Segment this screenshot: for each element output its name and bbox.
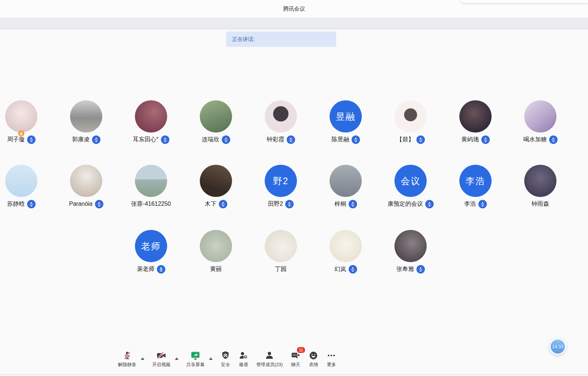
participant-name-row: 李浩 [464,200,487,208]
participant-name: 康预定的会议 [388,200,423,208]
start-video-button[interactable]: 开启视频 [152,350,170,368]
avatar-initials: 老师 [141,240,161,252]
participant-tile[interactable]: Paranóia [54,165,119,208]
participant-avatar [70,165,102,197]
security-button[interactable]: 安全 [220,350,231,368]
meeting-timer[interactable]: 14:33 [550,338,566,355]
participant-name-row: 张希雅 [397,265,425,273]
participant-avatar [265,100,297,133]
start-video-label: 开启视频 [152,362,170,368]
participant-name: 裴老师 [137,265,155,273]
participant-name: 木下 [205,200,217,208]
participant-tile[interactable]: 李浩 李浩 [443,165,508,208]
mic-muted-icon [416,265,425,273]
participant-avatar: 老师 [135,230,167,262]
participant-name: 钟雨森 [532,200,549,208]
participant-tile[interactable]: 【燚】 [378,100,443,144]
participant-tile[interactable]: 黄丽 [184,230,249,273]
share-screen-button[interactable]: 共享屏幕 [186,350,205,368]
participant-name-row: 【燚】 [397,135,425,144]
participant-tile[interactable]: 黄屿璁 [443,100,508,144]
mic-muted-icon [416,135,425,144]
participant-tile[interactable]: 野2 田野2 [249,165,313,208]
participant-name-row: 裴老师 [137,265,165,273]
participant-tile[interactable]: 喝水加糖 [508,100,573,144]
participant-name: 陈昱融 [332,136,349,144]
ellipsis-icon [326,350,337,361]
invite-button[interactable]: 邀请 [238,350,249,368]
participant-name-row: 耳东田心° [133,135,169,144]
participant-tile[interactable]: 会议 康预定的会议 [378,165,443,208]
participant-avatar [135,100,167,133]
mic-muted-icon [95,200,103,208]
participant-tile[interactable]: 梓桐 [313,165,378,208]
video-options-arrow[interactable] [175,357,179,360]
participant-tile[interactable]: 钟雨森 [508,165,573,208]
participant-tile[interactable]: 连瑞欣 [184,100,249,144]
chat-unread-badge: 11 [296,346,305,354]
participant-avatar [265,230,297,262]
manage-members-button[interactable]: 管理成员(23) [256,350,283,368]
participant-name: 田野2 [268,200,283,208]
participant-tile[interactable]: 钟彩霞 [249,100,313,144]
members-icon [264,350,275,361]
participant-name: 苏静晗 [7,200,25,208]
participant-avatar [70,100,102,133]
mic-off-icon [122,350,132,361]
video-group: 开启视频 [152,350,179,368]
participant-avatar: 昱融 [330,100,362,133]
participant-tile[interactable]: 苏静晗 [0,165,54,208]
participant-avatar [524,165,556,197]
chat-icon: 11 [290,350,301,361]
participant-tile[interactable]: 周子璇 [0,100,54,144]
participant-name: 连瑞欣 [202,136,220,144]
emoji-button[interactable]: 表情 [308,350,319,368]
participant-name: 张希雅 [397,265,414,273]
participant-tile[interactable]: 张希雅 [378,230,443,273]
mic-muted-icon [285,200,294,208]
participant-tile[interactable]: 耳东田心° [119,100,184,144]
speaking-banner: 正在讲话: [226,31,336,47]
participant-name-row: 幻岚 [335,265,357,273]
chat-button[interactable]: 11 聊天 [290,350,301,368]
participant-name-row: 钟雨森 [532,200,549,208]
participant-avatar [394,230,427,262]
participant-name-row: 康预定的会议 [388,200,434,208]
participant-name: 周子璇 [7,136,25,144]
participant-name-row: Paranóia [69,200,103,208]
more-button[interactable]: 更多 [326,350,337,368]
participant-avatar [200,165,232,197]
participant-avatar [200,100,232,133]
participant-avatar [330,165,362,197]
participant-tile[interactable]: 老师 裴老师 [119,230,184,273]
unmute-button[interactable]: 解除静音 [118,350,136,368]
participant-tile[interactable]: 丁园 [249,230,313,273]
participant-name-row: 丁园 [275,265,287,273]
participant-name: 李浩 [464,200,476,208]
participant-row: 老师 裴老师 黄丽 [0,230,575,273]
shield-icon [220,350,231,361]
participant-name-row: 张蓉-41612250 [131,200,171,208]
participant-name: 黄屿璁 [462,136,479,144]
participant-tile[interactable]: 郭康凌 [54,100,119,144]
meeting-timer-value: 14:33 [552,344,563,349]
more-label: 更多 [327,362,336,368]
participant-tile[interactable]: 张蓉-41612250 [119,165,184,208]
participant-name-row: 田野2 [268,200,294,208]
invite-person-icon [238,350,249,361]
chat-label: 聊天 [291,362,300,368]
share-options-arrow[interactable] [209,357,213,360]
participant-name: 黄丽 [210,265,222,273]
participant-avatar [394,100,427,133]
participant-name: 喝水加糖 [523,136,547,144]
mic-muted-icon [478,200,487,208]
mute-group: 解除静音 [118,350,144,368]
participant-tile[interactable]: 木下 [184,165,249,208]
mic-muted-icon [549,135,558,144]
participant-tile[interactable]: 幻岚 [313,230,378,273]
participant-name: 张蓉-41612250 [131,200,171,208]
participant-tile[interactable]: 昱融 陈昱融 [313,100,378,144]
mic-options-arrow[interactable] [141,357,144,360]
mic-muted-icon [27,135,36,144]
host-badge [18,130,25,137]
